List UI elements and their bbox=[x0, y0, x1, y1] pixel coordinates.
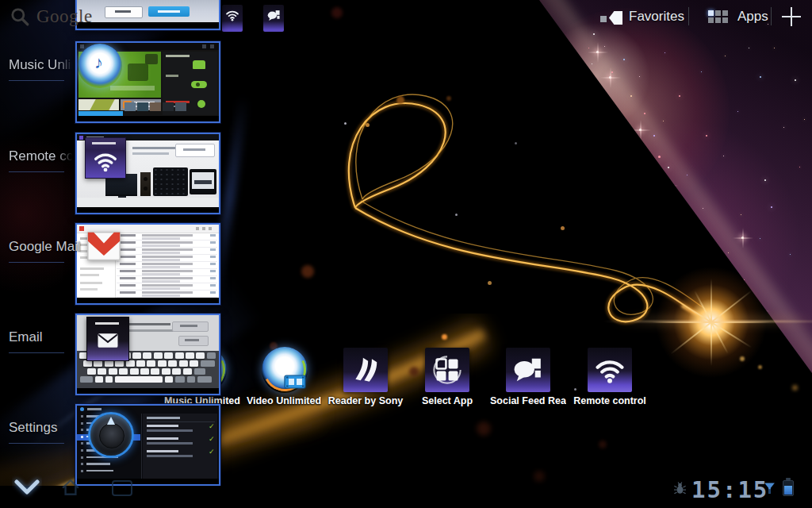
decor bbox=[715, 17, 721, 23]
decor-key bbox=[147, 360, 155, 367]
decor bbox=[87, 408, 102, 410]
decor-key bbox=[115, 360, 124, 367]
screen-thumbnail-email[interactable] bbox=[75, 314, 220, 395]
decor bbox=[81, 436, 83, 438]
app-icon-select-app[interactable] bbox=[425, 348, 469, 392]
decor-key bbox=[175, 352, 184, 359]
search-icon[interactable] bbox=[10, 6, 30, 27]
decor-key bbox=[95, 376, 103, 383]
decor bbox=[196, 83, 200, 87]
sidebar-item-remote-control[interactable]: Remote control bbox=[9, 148, 74, 164]
decor-key bbox=[168, 360, 177, 367]
decor bbox=[147, 429, 193, 432]
app-label-social-feed-reader: Social Feed Reader bbox=[490, 395, 566, 406]
decor bbox=[722, 10, 728, 16]
decor-key bbox=[83, 360, 92, 367]
decor bbox=[210, 263, 216, 265]
recents-button[interactable] bbox=[109, 478, 135, 498]
decor-key bbox=[119, 368, 128, 375]
decor-key bbox=[186, 352, 194, 359]
decor bbox=[708, 10, 714, 16]
thumbnail-preview bbox=[77, 0, 219, 29]
decor bbox=[142, 284, 193, 287]
music-note-icon: ♪ bbox=[94, 52, 103, 73]
screen-thumbnail-partial[interactable] bbox=[75, 0, 220, 30]
decor bbox=[142, 270, 193, 272]
separator bbox=[771, 7, 772, 25]
decor bbox=[128, 323, 170, 325]
decor-key bbox=[132, 352, 141, 359]
decor-underline bbox=[9, 80, 64, 81]
decor bbox=[210, 248, 216, 251]
decor bbox=[268, 10, 280, 21]
decor bbox=[715, 10, 721, 16]
decor-key bbox=[105, 360, 113, 367]
app-label-select-app: Select App bbox=[409, 395, 485, 406]
google-search-widget[interactable]: Google bbox=[36, 6, 93, 27]
app-icon-reader-by-sony[interactable] bbox=[343, 348, 388, 392]
back-button[interactable] bbox=[12, 475, 42, 499]
sidebar-item-email[interactable]: Email bbox=[9, 329, 43, 345]
decor bbox=[355, 358, 377, 382]
decor bbox=[80, 274, 99, 276]
clock[interactable]: 15:15 bbox=[691, 476, 768, 503]
decor-key bbox=[98, 368, 106, 375]
decor-key bbox=[172, 368, 181, 375]
decor bbox=[194, 180, 212, 184]
sidebar-item-google-mail[interactable]: Google Mail bbox=[9, 239, 81, 255]
remote-control-overlay-icon bbox=[85, 137, 126, 179]
decor bbox=[147, 425, 178, 427]
decor bbox=[202, 44, 206, 48]
decor bbox=[132, 152, 169, 155]
decor bbox=[117, 247, 217, 248]
social-feed-mini-icon[interactable] bbox=[263, 5, 284, 32]
app-icon-video-unlimited[interactable] bbox=[262, 347, 308, 393]
decor bbox=[350, 354, 381, 384]
screen-thumbnail-google-mail[interactable] bbox=[75, 223, 220, 305]
decor bbox=[93, 148, 118, 174]
decor-key bbox=[80, 376, 93, 383]
decor bbox=[117, 254, 217, 255]
apps-button[interactable]: Apps bbox=[737, 9, 768, 25]
decor-key bbox=[175, 376, 185, 383]
decor-key bbox=[187, 376, 195, 383]
decor bbox=[77, 479, 219, 484]
app-icon-remote-control[interactable] bbox=[588, 348, 632, 392]
decor bbox=[117, 275, 217, 276]
decor bbox=[10, 6, 30, 27]
screen-thumbnail-settings[interactable]: ✓✓✓ bbox=[75, 404, 220, 486]
decor-key bbox=[201, 360, 215, 367]
favorites-button[interactable]: Favorites bbox=[629, 9, 684, 25]
sidebar-item-music-unlimited[interactable]: Music Unlimited bbox=[9, 57, 74, 73]
apps-grid-icon bbox=[708, 10, 732, 25]
decor bbox=[297, 379, 302, 385]
app-icon-social-feed-reader[interactable] bbox=[506, 348, 550, 392]
decor bbox=[92, 142, 116, 144]
decor-checkmark: ✓ bbox=[209, 422, 216, 430]
decor bbox=[147, 421, 215, 422]
decor bbox=[77, 207, 219, 213]
decor bbox=[147, 442, 193, 444]
decor bbox=[88, 233, 120, 260]
decor-underline bbox=[9, 352, 64, 353]
remote-control-mini-icon[interactable] bbox=[222, 5, 243, 32]
settings-overlay-icon bbox=[88, 412, 134, 458]
sidebar-item-settings[interactable]: Settings bbox=[9, 420, 57, 436]
decor-key bbox=[164, 352, 173, 359]
app-label-reader-by-sony: Reader by Sony bbox=[327, 395, 404, 406]
decor bbox=[210, 277, 216, 279]
decor bbox=[302, 377, 304, 379]
home-button[interactable] bbox=[57, 476, 84, 498]
screen-thumbnail-music-unlimited[interactable]: ♪ bbox=[75, 41, 220, 123]
decor bbox=[81, 429, 83, 431]
add-widget-button[interactable] bbox=[780, 6, 802, 28]
decor bbox=[98, 333, 118, 348]
decor bbox=[81, 463, 83, 465]
screen-thumbnail-remote-control[interactable] bbox=[75, 133, 220, 214]
decor bbox=[600, 16, 607, 22]
thumbnail-preview bbox=[77, 225, 219, 303]
decor bbox=[110, 86, 155, 90]
decor bbox=[166, 55, 190, 57]
decor bbox=[81, 422, 83, 425]
decor bbox=[210, 44, 214, 48]
